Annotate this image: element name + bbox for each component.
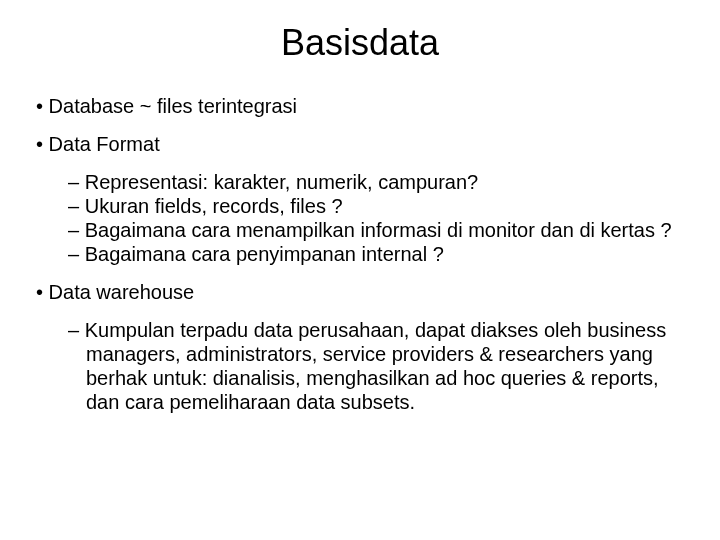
slide: Basisdata Database ~ files terintegrasiD… xyxy=(0,0,720,540)
bullet-level-2: Bagaimana cara menampilkan informasi di … xyxy=(68,218,684,242)
bullet-text: Database ~ files terintegrasi xyxy=(49,95,297,117)
bullet-text: Bagaimana cara penyimpanan internal ? xyxy=(85,243,444,265)
bullet-text: Kumpulan terpadu data perusahaan, dapat … xyxy=(85,319,667,413)
bullet-text: Representasi: karakter, numerik, campura… xyxy=(85,171,479,193)
bullet-level-1: Database ~ files terintegrasi xyxy=(36,94,684,118)
bullet-text: Data warehouse xyxy=(49,281,195,303)
bullet-level-1: Data Format xyxy=(36,132,684,156)
slide-title: Basisdata xyxy=(0,0,720,94)
bullet-level-1: Data warehouse xyxy=(36,280,684,304)
bullet-text: Bagaimana cara menampilkan informasi di … xyxy=(85,219,672,241)
bullet-level-2: Bagaimana cara penyimpanan internal ? xyxy=(68,242,684,266)
slide-body: Database ~ files terintegrasiData Format… xyxy=(0,94,720,414)
bullet-text: Ukuran fields, records, files ? xyxy=(85,195,343,217)
bullet-level-2: Kumpulan terpadu data perusahaan, dapat … xyxy=(68,318,684,414)
bullet-text: Data Format xyxy=(49,133,160,155)
bullet-level-2: Representasi: karakter, numerik, campura… xyxy=(68,170,684,194)
bullet-level-2: Ukuran fields, records, files ? xyxy=(68,194,684,218)
